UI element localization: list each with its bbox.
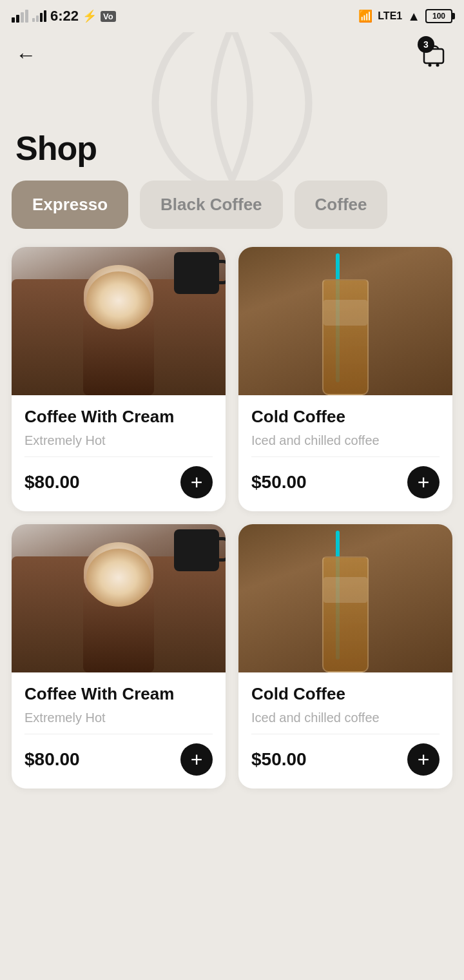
product-footer-1: $50.00 + bbox=[251, 466, 440, 498]
add-to-cart-button-0[interactable]: + bbox=[180, 466, 213, 498]
product-price-0: $80.00 bbox=[24, 472, 80, 493]
time-display: 6:22 bbox=[50, 8, 79, 24]
product-info-3: Cold Coffee Iced and chilled coffee $50.… bbox=[238, 672, 452, 789]
product-desc-2: Extremely Hot bbox=[24, 709, 213, 726]
cart-count-badge: 3 bbox=[418, 36, 434, 53]
svg-point-3 bbox=[436, 64, 440, 67]
product-name-0: Coffee With Cream bbox=[24, 407, 213, 427]
divider-3 bbox=[251, 734, 440, 734]
status-left: 6:22 ⚡ Vo bbox=[12, 8, 116, 24]
category-tab-expresso[interactable]: Expresso bbox=[12, 181, 128, 229]
cart-button[interactable]: 3 bbox=[419, 39, 449, 70]
svg-point-2 bbox=[429, 64, 432, 67]
category-tab-coffee[interactable]: Coffee bbox=[295, 181, 388, 229]
signal-strength-2 bbox=[32, 10, 46, 22]
add-to-cart-button-1[interactable]: + bbox=[407, 466, 440, 498]
divider-2 bbox=[24, 734, 213, 734]
product-image-cream-2: ♥ bbox=[12, 524, 226, 672]
product-desc-0: Extremely Hot bbox=[24, 432, 213, 449]
usb-icon: ⚡ bbox=[82, 9, 97, 23]
add-to-cart-button-2[interactable]: + bbox=[180, 743, 213, 776]
page-title: Shop bbox=[15, 129, 97, 168]
product-name-2: Coffee With Cream bbox=[24, 684, 213, 704]
hero-area: ← 3 Shop bbox=[0, 32, 464, 181]
shop-title-area: Shop bbox=[15, 129, 97, 168]
product-image-cold-1 bbox=[238, 247, 452, 395]
add-to-cart-button-3[interactable]: + bbox=[407, 743, 440, 776]
network-label: LTE1 bbox=[378, 10, 402, 22]
category-tabs: Expresso Black Coffee Coffee bbox=[0, 181, 464, 229]
product-price-2: $80.00 bbox=[24, 749, 80, 770]
divider-1 bbox=[251, 456, 440, 457]
product-footer-3: $50.00 + bbox=[251, 743, 440, 776]
status-bar: 6:22 ⚡ Vo 📶 LTE1 ▲ 100 bbox=[0, 0, 464, 32]
product-grid: ♥ Coffee With Cream Extremely Hot $80.00… bbox=[0, 247, 464, 814]
product-info-2: Coffee With Cream Extremely Hot $80.00 + bbox=[12, 672, 226, 789]
back-button[interactable]: ← bbox=[15, 44, 36, 65]
product-card-2: ♥ Coffee With Cream Extremely Hot $80.00… bbox=[12, 524, 226, 789]
product-desc-1: Iced and chilled coffee bbox=[251, 432, 440, 449]
cream-top-2 bbox=[84, 542, 153, 602]
glass-shape bbox=[322, 279, 369, 395]
black-mug bbox=[174, 252, 219, 294]
product-price-1: $50.00 bbox=[251, 472, 307, 493]
product-price-3: $50.00 bbox=[251, 749, 307, 770]
product-card-3: Cold Coffee Iced and chilled coffee $50.… bbox=[238, 524, 452, 789]
heart-latte-art: ♥ bbox=[99, 275, 138, 308]
product-image-cream-0: ♥ bbox=[12, 247, 226, 395]
product-card-0: ♥ Coffee With Cream Extremely Hot $80.00… bbox=[12, 247, 226, 511]
product-footer-2: $80.00 + bbox=[24, 743, 213, 776]
ice-shape bbox=[324, 300, 367, 326]
ice-shape-3 bbox=[324, 577, 367, 603]
product-name-1: Cold Coffee bbox=[251, 407, 440, 427]
product-info-1: Cold Coffee Iced and chilled coffee $50.… bbox=[238, 395, 452, 511]
wifi-icon: ▲ bbox=[407, 9, 420, 24]
glass-shape-3 bbox=[322, 556, 369, 672]
battery-indicator: 100 bbox=[425, 9, 452, 23]
black-mug-2 bbox=[174, 529, 219, 571]
product-info-0: Coffee With Cream Extremely Hot $80.00 + bbox=[12, 395, 226, 511]
signal-strength bbox=[12, 10, 28, 23]
product-image-cold-3 bbox=[238, 524, 452, 672]
product-card-1: Cold Coffee Iced and chilled coffee $50.… bbox=[238, 247, 452, 511]
cream-top bbox=[84, 265, 153, 324]
category-tab-black-coffee[interactable]: Black Coffee bbox=[140, 181, 283, 229]
product-footer-0: $80.00 + bbox=[24, 466, 213, 498]
top-nav: ← 3 bbox=[0, 32, 464, 77]
sim-icon: Vo bbox=[101, 11, 116, 22]
product-desc-3: Iced and chilled coffee bbox=[251, 709, 440, 726]
status-right: 📶 LTE1 ▲ 100 bbox=[358, 9, 452, 24]
bluetooth-icon: 📶 bbox=[358, 9, 372, 23]
cup-shape bbox=[83, 292, 154, 395]
product-name-3: Cold Coffee bbox=[251, 684, 440, 704]
cup-shape-2 bbox=[83, 569, 154, 672]
divider-0 bbox=[24, 456, 213, 457]
heart-latte-art-2: ♥ bbox=[99, 553, 138, 585]
